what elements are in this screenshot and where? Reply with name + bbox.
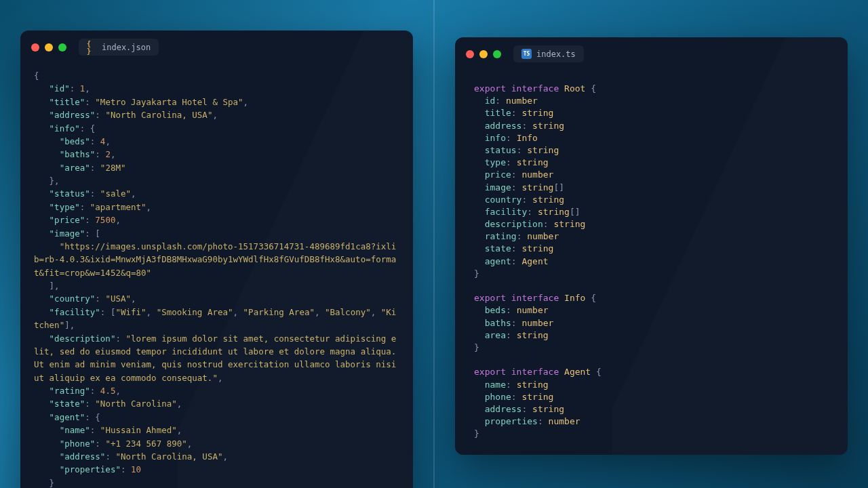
traffic-lights <box>466 50 501 58</box>
traffic-lights <box>31 43 66 52</box>
maximize-icon[interactable] <box>58 43 66 52</box>
json-file-icon: { } <box>87 42 97 52</box>
typescript-file-icon: TS <box>521 49 532 59</box>
file-tab-label: index.json <box>102 43 151 52</box>
ts-editor-window: TS index.ts export interface Root { id: … <box>455 37 848 455</box>
json-editor-window: { } index.json { "id": 1, "title": "Metr… <box>20 30 413 488</box>
minimize-icon[interactable] <box>45 43 53 52</box>
left-pane: { } index.json { "id": 1, "title": "Metr… <box>0 0 433 488</box>
file-tab[interactable]: TS index.ts <box>513 45 584 62</box>
right-pane: TS index.ts export interface Root { id: … <box>435 0 868 488</box>
file-tab[interactable]: { } index.json <box>79 39 159 56</box>
titlebar: TS index.ts <box>455 37 848 70</box>
maximize-icon[interactable] <box>493 50 501 58</box>
json-code-block[interactable]: { "id": 1, "title": "Metro Jayakarta Hot… <box>20 64 413 488</box>
close-icon[interactable] <box>466 50 474 58</box>
minimize-icon[interactable] <box>479 50 488 58</box>
file-tab-label: index.ts <box>536 49 576 59</box>
titlebar: { } index.json <box>20 30 413 64</box>
ts-code-block[interactable]: export interface Root { id: number title… <box>455 70 848 455</box>
close-icon[interactable] <box>31 43 39 52</box>
